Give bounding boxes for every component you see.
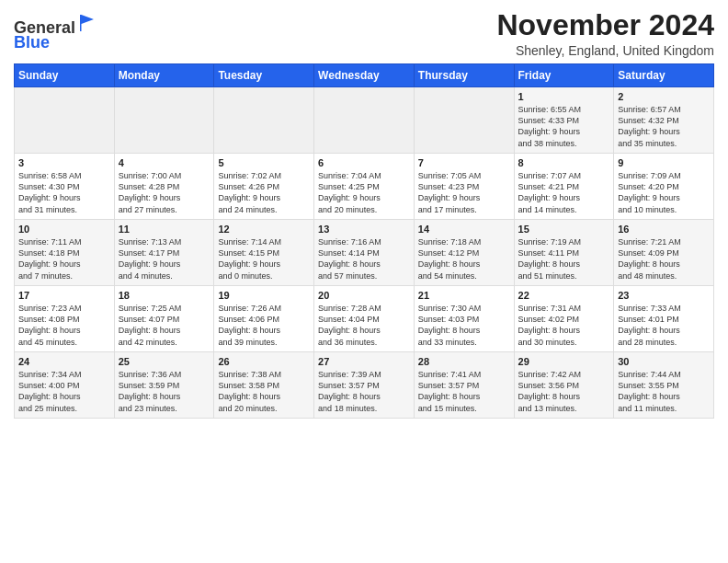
table-row: 25Sunrise: 7:36 AM Sunset: 3:59 PM Dayli… [114,352,214,419]
day-info: Sunrise: 7:34 AM Sunset: 4:00 PM Dayligh… [18,369,110,414]
table-row [114,87,214,154]
table-row: 14Sunrise: 7:18 AM Sunset: 4:12 PM Dayli… [414,220,514,286]
day-info: Sunrise: 7:07 AM Sunset: 4:21 PM Dayligh… [518,170,610,215]
day-info: Sunrise: 7:00 AM Sunset: 4:28 PM Dayligh… [119,170,210,215]
calendar-week-1: 3Sunrise: 6:58 AM Sunset: 4:30 PM Daylig… [15,154,714,220]
day-number: 26 [218,356,310,367]
table-row [414,87,514,154]
table-row: 30Sunrise: 7:44 AM Sunset: 3:55 PM Dayli… [614,352,714,419]
table-row: 16Sunrise: 7:21 AM Sunset: 4:09 PM Dayli… [614,220,714,286]
weekday-saturday: Saturday [614,64,714,87]
day-number: 29 [518,356,610,367]
day-number: 4 [119,157,210,168]
day-number: 9 [618,157,710,168]
day-number: 17 [18,290,110,301]
day-info: Sunrise: 7:18 AM Sunset: 4:12 PM Dayligh… [418,236,510,282]
table-row: 26Sunrise: 7:38 AM Sunset: 3:58 PM Dayli… [214,352,314,419]
day-number: 21 [418,290,510,301]
table-row: 1Sunrise: 6:55 AM Sunset: 4:33 PM Daylig… [514,87,614,154]
day-info: Sunrise: 7:28 AM Sunset: 4:04 PM Dayligh… [318,303,410,348]
day-number: 5 [218,157,310,168]
day-info: Sunrise: 7:09 AM Sunset: 4:20 PM Dayligh… [618,170,710,215]
day-info: Sunrise: 7:23 AM Sunset: 4:08 PM Dayligh… [18,303,110,348]
day-number: 8 [518,157,610,168]
day-number: 3 [18,157,110,168]
day-info: Sunrise: 7:41 AM Sunset: 3:57 PM Dayligh… [418,369,510,414]
table-row: 8Sunrise: 7:07 AM Sunset: 4:21 PM Daylig… [514,154,614,220]
weekday-sunday: Sunday [15,64,115,87]
calendar-week-0: 1Sunrise: 6:55 AM Sunset: 4:33 PM Daylig… [15,87,714,154]
day-number: 2 [618,91,710,102]
title-block: November 2024 Shenley, England, United K… [496,9,714,58]
table-row: 20Sunrise: 7:28 AM Sunset: 4:04 PM Dayli… [314,286,415,352]
day-number: 24 [18,356,110,367]
day-info: Sunrise: 6:58 AM Sunset: 4:30 PM Dayligh… [18,170,110,215]
day-info: Sunrise: 7:36 AM Sunset: 3:59 PM Dayligh… [119,369,210,414]
day-number: 14 [418,224,510,235]
svg-marker-0 [80,15,94,31]
day-info: Sunrise: 7:30 AM Sunset: 4:03 PM Dayligh… [418,303,510,348]
day-number: 13 [318,224,410,235]
weekday-thursday: Thursday [414,64,514,87]
calendar-week-3: 17Sunrise: 7:23 AM Sunset: 4:08 PM Dayli… [15,286,714,352]
day-number: 10 [18,224,110,235]
table-row: 2Sunrise: 6:57 AM Sunset: 4:32 PM Daylig… [614,87,714,154]
day-info: Sunrise: 7:33 AM Sunset: 4:01 PM Dayligh… [618,303,710,348]
table-row: 23Sunrise: 7:33 AM Sunset: 4:01 PM Dayli… [614,286,714,352]
table-row: 9Sunrise: 7:09 AM Sunset: 4:20 PM Daylig… [614,154,714,220]
day-info: Sunrise: 7:16 AM Sunset: 4:14 PM Dayligh… [318,236,410,282]
table-row: 19Sunrise: 7:26 AM Sunset: 4:06 PM Dayli… [214,286,314,352]
table-row: 24Sunrise: 7:34 AM Sunset: 4:00 PM Dayli… [15,352,115,419]
weekday-monday: Monday [114,64,214,87]
page: General Blue November 2024 Shenley, Engl… [0,0,728,563]
table-row [314,87,415,154]
day-number: 23 [618,290,710,301]
day-info: Sunrise: 7:19 AM Sunset: 4:11 PM Dayligh… [518,236,610,282]
calendar-body: 1Sunrise: 6:55 AM Sunset: 4:33 PM Daylig… [15,87,714,419]
table-row: 18Sunrise: 7:25 AM Sunset: 4:07 PM Dayli… [114,286,214,352]
day-number: 7 [418,157,510,168]
table-row: 28Sunrise: 7:41 AM Sunset: 3:57 PM Dayli… [414,352,514,419]
day-number: 12 [218,224,310,235]
table-row: 27Sunrise: 7:39 AM Sunset: 3:57 PM Dayli… [314,352,415,419]
table-row: 7Sunrise: 7:05 AM Sunset: 4:23 PM Daylig… [414,154,514,220]
day-info: Sunrise: 7:21 AM Sunset: 4:09 PM Dayligh… [618,236,710,282]
calendar-table: Sunday Monday Tuesday Wednesday Thursday… [14,63,714,419]
day-info: Sunrise: 7:25 AM Sunset: 4:07 PM Dayligh… [119,303,210,348]
table-row: 11Sunrise: 7:13 AM Sunset: 4:17 PM Dayli… [114,220,214,286]
day-number: 20 [318,290,410,301]
day-info: Sunrise: 7:44 AM Sunset: 3:55 PM Dayligh… [618,369,710,414]
day-number: 30 [618,356,710,367]
day-number: 25 [119,356,210,367]
day-info: Sunrise: 7:31 AM Sunset: 4:02 PM Dayligh… [518,303,610,348]
table-row: 17Sunrise: 7:23 AM Sunset: 4:08 PM Dayli… [15,286,115,352]
day-info: Sunrise: 7:13 AM Sunset: 4:17 PM Dayligh… [119,236,210,282]
day-number: 22 [518,290,610,301]
day-info: Sunrise: 7:02 AM Sunset: 4:26 PM Dayligh… [218,170,310,215]
day-info: Sunrise: 7:14 AM Sunset: 4:15 PM Dayligh… [218,236,310,282]
day-number: 1 [518,91,610,102]
weekday-wednesday: Wednesday [314,64,415,87]
day-number: 11 [119,224,210,235]
day-number: 18 [119,290,210,301]
day-number: 6 [318,157,410,168]
table-row [15,87,115,154]
day-info: Sunrise: 7:42 AM Sunset: 3:56 PM Dayligh… [518,369,610,414]
logo-flag-icon [77,13,97,33]
day-number: 16 [618,224,710,235]
logo: General Blue [14,13,97,52]
calendar-header: Sunday Monday Tuesday Wednesday Thursday… [15,64,714,87]
day-info: Sunrise: 7:11 AM Sunset: 4:18 PM Dayligh… [18,236,110,282]
day-info: Sunrise: 7:39 AM Sunset: 3:57 PM Dayligh… [318,369,410,414]
month-title: November 2024 [496,9,714,41]
table-row: 6Sunrise: 7:04 AM Sunset: 4:25 PM Daylig… [314,154,415,220]
weekday-row: Sunday Monday Tuesday Wednesday Thursday… [15,64,714,87]
table-row: 5Sunrise: 7:02 AM Sunset: 4:26 PM Daylig… [214,154,314,220]
table-row: 29Sunrise: 7:42 AM Sunset: 3:56 PM Dayli… [514,352,614,419]
day-info: Sunrise: 6:57 AM Sunset: 4:32 PM Dayligh… [618,104,710,149]
table-row: 3Sunrise: 6:58 AM Sunset: 4:30 PM Daylig… [15,154,115,220]
day-info: Sunrise: 7:04 AM Sunset: 4:25 PM Dayligh… [318,170,410,215]
table-row: 4Sunrise: 7:00 AM Sunset: 4:28 PM Daylig… [114,154,214,220]
table-row: 15Sunrise: 7:19 AM Sunset: 4:11 PM Dayli… [514,220,614,286]
weekday-tuesday: Tuesday [214,64,314,87]
